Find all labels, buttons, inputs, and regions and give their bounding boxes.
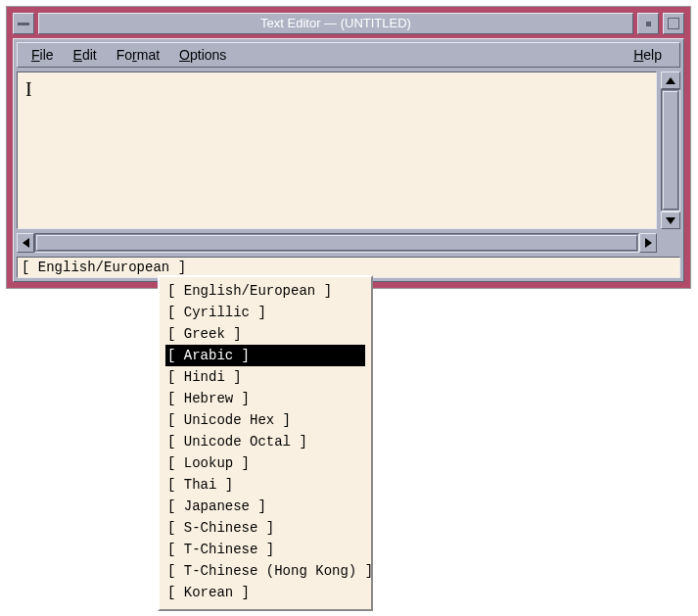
input-method-option[interactable]: [ S-Chinese ] bbox=[165, 517, 365, 539]
input-method-option[interactable]: [ Unicode Hex ] bbox=[165, 409, 365, 431]
menu-edit[interactable]: Edit bbox=[66, 45, 105, 65]
hscroll-thumb[interactable] bbox=[36, 235, 637, 251]
input-method-popup: [ English/European ][ Cyrillic ][ Greek … bbox=[158, 275, 373, 611]
menu-format[interactable]: Format bbox=[109, 45, 167, 65]
window-menu-button[interactable] bbox=[13, 13, 34, 34]
text-caret-icon: I bbox=[25, 78, 31, 96]
vscroll-thumb[interactable] bbox=[663, 91, 678, 210]
minimize-icon bbox=[646, 22, 651, 26]
arrow-up-icon bbox=[666, 77, 675, 84]
input-method-option[interactable]: [ T-Chinese ] bbox=[165, 539, 365, 560]
text-area[interactable]: I bbox=[17, 71, 657, 229]
input-method-option[interactable]: [ Hebrew ] bbox=[165, 388, 365, 409]
input-method-option[interactable]: [ English/European ] bbox=[165, 280, 365, 302]
input-method-option[interactable]: [ Greek ] bbox=[165, 323, 365, 345]
scroll-left-button[interactable] bbox=[17, 233, 34, 253]
editor-window: Text Editor — (UNTITLED) File Edit Forma… bbox=[6, 6, 691, 289]
window-frame: Text Editor — (UNTITLED) File Edit Forma… bbox=[7, 7, 690, 288]
scroll-up-button[interactable] bbox=[661, 71, 680, 89]
menu-help[interactable]: Help bbox=[626, 45, 670, 65]
titlebar: Text Editor — (UNTITLED) bbox=[13, 13, 684, 34]
scrollbar-corner bbox=[661, 233, 680, 253]
scroll-down-button[interactable] bbox=[661, 212, 680, 229]
input-method-option[interactable]: [ Thai ] bbox=[165, 474, 365, 496]
arrow-left-icon bbox=[23, 238, 29, 248]
input-method-option[interactable]: [ Unicode Octal ] bbox=[165, 431, 365, 452]
arrow-right-icon bbox=[645, 238, 652, 248]
maximize-icon bbox=[668, 18, 679, 29]
input-method-option[interactable]: [ Hindi ] bbox=[165, 366, 365, 388]
menu-options[interactable]: Options bbox=[171, 45, 234, 65]
vscroll-track[interactable] bbox=[661, 89, 680, 212]
vertical-scrollbar[interactable] bbox=[661, 71, 680, 229]
input-method-option[interactable]: [ Japanese ] bbox=[165, 496, 365, 517]
menu-file[interactable]: File bbox=[23, 45, 62, 65]
window-client-area: File Edit Format Options Help I bbox=[13, 38, 684, 282]
menubar: File Edit Format Options Help bbox=[17, 42, 680, 68]
input-method-option[interactable]: [ Arabic ] bbox=[165, 345, 365, 366]
maximize-button[interactable] bbox=[663, 13, 684, 34]
input-method-option[interactable]: [ Korean ] bbox=[165, 582, 365, 603]
menu-dash-icon bbox=[18, 23, 29, 25]
hscroll-track[interactable] bbox=[34, 233, 639, 253]
arrow-down-icon bbox=[666, 217, 675, 224]
input-method-option[interactable]: [ T-Chinese (Hong Kong) ] bbox=[165, 560, 365, 582]
window-title: Text Editor — (UNTITLED) bbox=[38, 13, 633, 34]
input-method-option[interactable]: [ Cyrillic ] bbox=[165, 302, 365, 323]
scroll-right-button[interactable] bbox=[639, 233, 657, 253]
minimize-button[interactable] bbox=[637, 13, 659, 34]
input-method-option[interactable]: [ Lookup ] bbox=[165, 452, 365, 474]
horizontal-scrollbar[interactable] bbox=[17, 233, 657, 253]
